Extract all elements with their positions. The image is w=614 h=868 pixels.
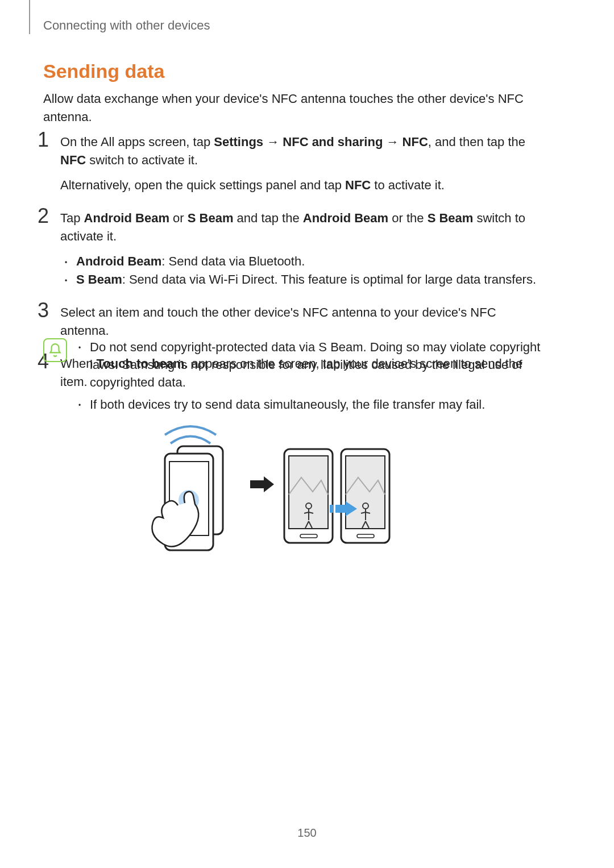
text: or the	[388, 211, 427, 225]
step-1: 1 On the All apps screen, tap Settings →…	[38, 130, 546, 194]
step-body: Tap Android Beam or S Beam and tap the A…	[60, 206, 546, 289]
bold-text: S Beam	[76, 272, 122, 286]
chapter-header: Connecting with other devices	[43, 18, 210, 33]
intro-paragraph: Allow data exchange when your device's N…	[43, 90, 544, 126]
text: Alternatively, open the quick settings p…	[60, 178, 345, 192]
bold-text: Android Beam	[303, 211, 388, 225]
text: : Send data via Bluetooth.	[161, 254, 305, 268]
text: and tap the	[233, 211, 302, 225]
note-list: Do not send copyright-protected data via…	[72, 338, 551, 413]
note-item: Do not send copyright-protected data via…	[78, 338, 551, 391]
sub-list: Android Beam: Send data via Bluetooth. S…	[60, 252, 546, 289]
bold-text: Android Beam	[84, 211, 169, 225]
bold-text: NFC	[60, 153, 86, 167]
text: to activate it.	[371, 178, 445, 192]
section-title: Sending data	[43, 60, 164, 82]
note-block: Do not send copyright-protected data via…	[43, 338, 551, 413]
note-icon-wrap	[43, 338, 72, 362]
header-tab-line	[29, 0, 30, 34]
svg-rect-14	[330, 505, 333, 513]
svg-rect-4	[250, 480, 264, 488]
page-number: 150	[0, 827, 614, 840]
step-body: On the All apps screen, tap Settings → N…	[60, 130, 546, 194]
bell-icon	[43, 338, 67, 362]
text: or	[169, 211, 188, 225]
text: , and then tap the	[428, 135, 525, 149]
svg-rect-15	[335, 505, 346, 513]
text: On the All apps screen, tap	[60, 135, 214, 149]
step-text: Tap Android Beam or S Beam and tap the A…	[60, 209, 546, 246]
nfc-illustration	[142, 421, 398, 563]
step-2: 2 Tap Android Beam or S Beam and tap the…	[38, 206, 546, 289]
bold-text: Android Beam	[76, 254, 161, 268]
text: : Send data via Wi-Fi Direct. This featu…	[122, 272, 536, 286]
bold-text: NFC and sharing	[283, 135, 383, 149]
bold-text: S Beam	[428, 211, 474, 225]
step-number: 1	[38, 130, 60, 150]
step-number: 3	[38, 300, 60, 321]
bold-text: NFC	[403, 135, 428, 149]
sub-item: S Beam: Send data via Wi-Fi Direct. This…	[76, 271, 546, 289]
bold-text: Settings	[214, 135, 263, 149]
step-text: Alternatively, open the quick settings p…	[60, 176, 546, 194]
text: →	[383, 135, 402, 149]
bold-text: NFC	[345, 178, 371, 192]
sub-item: Android Beam: Send data via Bluetooth.	[76, 252, 546, 271]
text: →	[263, 135, 283, 149]
text: switch to activate it.	[86, 153, 198, 167]
step-number: 2	[38, 206, 60, 226]
text: Tap	[60, 211, 84, 225]
step-text: On the All apps screen, tap Settings → N…	[60, 133, 546, 169]
step-body: Select an item and touch the other devic…	[60, 300, 546, 340]
step-3: 3 Select an item and touch the other dev…	[38, 300, 546, 340]
bold-text: S Beam	[188, 211, 234, 225]
note-item: If both devices try to send data simulta…	[78, 396, 551, 413]
svg-marker-5	[264, 476, 274, 492]
step-text: Select an item and touch the other devic…	[60, 304, 546, 340]
